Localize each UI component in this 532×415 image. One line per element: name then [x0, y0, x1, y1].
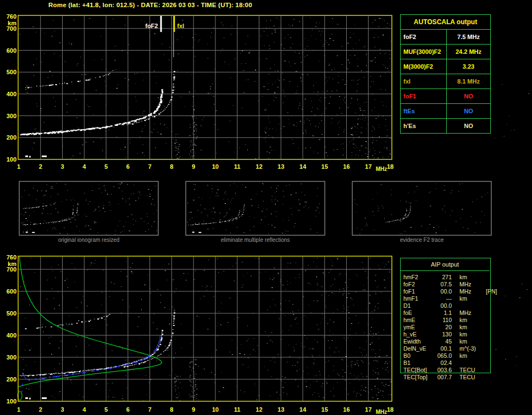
aip-label: ymE: [403, 324, 435, 331]
svg-text:3: 3: [60, 163, 64, 170]
thumbnail-label-eliminate-reflections: eliminate multiple reflections: [186, 237, 325, 243]
window-title: Rome (lat: +41.8, lon: 012.5) - DATE: 20…: [48, 2, 252, 8]
table-row: ftEsNO: [401, 103, 490, 118]
svg-text:16: 16: [343, 406, 350, 413]
parameter-value: NO: [447, 89, 490, 103]
table-row: ymE20km: [403, 324, 497, 331]
aip-label: Ewidth: [403, 338, 435, 345]
table-row: TEC[Bot]003.6TECU: [403, 367, 497, 374]
svg-text:5: 5: [104, 406, 108, 413]
svg-text:10: 10: [212, 406, 219, 413]
table-row: foF207.5MHz: [403, 281, 497, 288]
svg-text:4: 4: [82, 406, 86, 413]
svg-text:2: 2: [39, 163, 42, 170]
svg-text:760: 760: [7, 254, 16, 261]
table-row: DelN_vE00.1m^(-3): [403, 345, 497, 352]
aip-label: D1: [403, 302, 435, 309]
aip-unit: MHz: [459, 309, 486, 317]
table-row: foF100.0MHz[PN]: [403, 288, 497, 295]
svg-text:12: 12: [256, 406, 262, 413]
top-ionogram-plot: foF2fxI760km7006005004003002001001234567…: [7, 13, 394, 172]
svg-text:700: 700: [7, 25, 16, 32]
aip-unit: km: [459, 331, 486, 338]
parameter-label: fxI: [401, 74, 447, 88]
table-row: M(3000)F23.23: [401, 59, 490, 74]
svg-text:1: 1: [17, 406, 20, 413]
aip-label: hmE: [403, 317, 435, 324]
parameter-value: NO: [447, 119, 490, 133]
aip-value: 003.6: [435, 367, 452, 374]
parameter-label: foF2: [401, 30, 447, 44]
svg-text:9: 9: [192, 163, 195, 170]
aip-extra: [486, 324, 497, 331]
svg-text:15: 15: [322, 406, 328, 413]
aip-extra: [PN]: [486, 288, 497, 295]
svg-text:300: 300: [7, 354, 16, 361]
svg-text:300: 300: [7, 113, 16, 119]
parameter-label: M(3000)F2: [401, 59, 447, 74]
aip-unit: km: [459, 352, 486, 359]
aip-extra: [486, 345, 497, 352]
svg-text:15: 15: [322, 163, 328, 170]
svg-text:9: 9: [192, 406, 195, 413]
svg-text:17: 17: [365, 163, 372, 170]
aip-value: 271: [435, 274, 452, 281]
svg-text:7: 7: [148, 163, 152, 170]
aip-value: 007.7: [435, 374, 452, 381]
aip-value: 02.4: [435, 359, 452, 367]
bottom-ionogram-plot: 760km70060050040030020010012345678910111…: [7, 254, 394, 415]
aip-label: B1: [403, 359, 435, 367]
svg-text:18: 18: [387, 406, 394, 413]
aip-unit: TECU: [459, 367, 486, 374]
svg-text:14: 14: [300, 163, 307, 170]
table-row: foE1.1MHz: [403, 309, 497, 317]
svg-text:11: 11: [234, 163, 241, 170]
parameter-label: ftEs: [401, 104, 447, 118]
svg-text:MHz: MHz: [376, 409, 387, 415]
table-row: fxI8.1 MHz: [401, 74, 490, 88]
aip-extra: [486, 295, 497, 302]
table-row: D100.0: [403, 302, 497, 309]
aip-value: 110: [435, 317, 452, 324]
aip-extra: [486, 352, 497, 359]
aip-extra: [486, 359, 497, 367]
parameter-value: 8.1 MHz: [447, 74, 490, 88]
aip-label: hmF2: [403, 274, 435, 281]
svg-text:14: 14: [300, 406, 307, 413]
aip-output-header: AIP output: [400, 258, 490, 271]
svg-text:760: 760: [7, 13, 16, 20]
aip-label: foF2: [403, 281, 435, 288]
svg-text:17: 17: [365, 406, 372, 413]
svg-text:100: 100: [7, 156, 16, 163]
svg-text:8: 8: [170, 163, 173, 170]
autoscala-window: foF2fxI760km7006005004003002001001234567…: [0, 0, 532, 415]
svg-text:18: 18: [387, 163, 394, 170]
svg-text:200: 200: [7, 134, 16, 141]
aip-unit: km: [459, 295, 486, 302]
svg-text:11: 11: [234, 406, 241, 413]
svg-text:10: 10: [212, 163, 219, 170]
svg-text:13: 13: [278, 406, 284, 413]
aip-output-rows: hmF2271kmfoF207.5MHzfoF100.0MHz[PN]hmF1-…: [403, 274, 497, 381]
autoscala-output-rows: foF27.5 MHzMUF(3000)F224.2 MHzM(3000)F23…: [401, 29, 490, 133]
table-row: MUF(3000)F224.2 MHz: [401, 44, 490, 59]
svg-text:600: 600: [7, 47, 16, 54]
thumbnail-label-original: original ionogram resized: [19, 237, 158, 243]
aip-unit: km: [459, 338, 486, 345]
svg-text:4: 4: [82, 163, 86, 170]
aip-unit: [459, 359, 486, 367]
table-row: h'EsNO: [401, 118, 490, 133]
table-row: hmE110km: [403, 317, 497, 324]
svg-text:600: 600: [7, 288, 16, 295]
table-row: TEC[Top]007.7TECU: [403, 374, 497, 381]
aip-value: 065.0: [435, 352, 452, 359]
thumbnail-label-evidence-f2: evidence F2 trace: [352, 237, 491, 243]
svg-text:500: 500: [7, 310, 16, 317]
aip-label: B0: [403, 352, 435, 359]
aip-unit: MHz: [459, 281, 486, 288]
table-row: Ewidth45km: [403, 338, 497, 345]
parameter-value: 7.5 MHz: [447, 30, 490, 44]
aip-extra: [486, 317, 497, 324]
aip-unit: MHz: [459, 288, 486, 295]
aip-extra: [486, 338, 497, 345]
